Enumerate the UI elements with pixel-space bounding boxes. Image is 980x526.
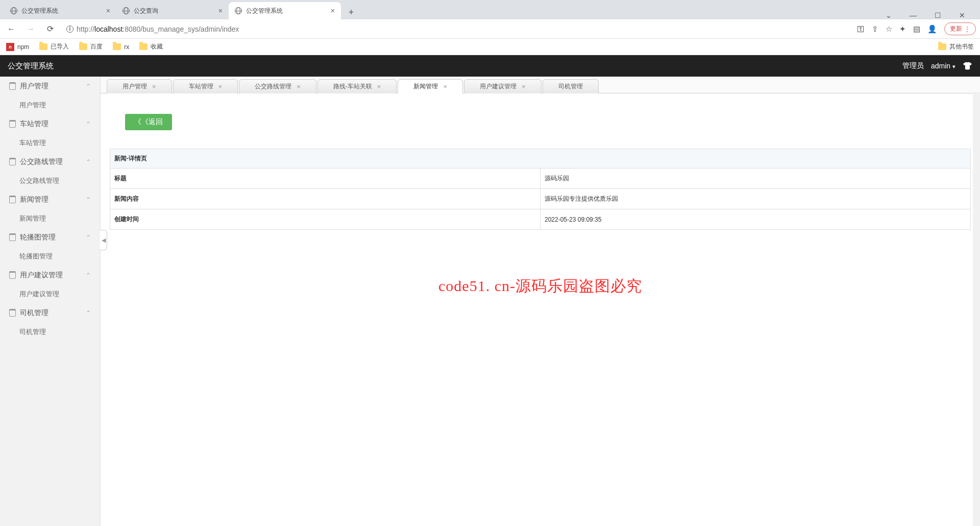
table-row: 创建时间2022-05-23 09:09:35 xyxy=(110,209,971,230)
sidebar-group[interactable]: 用户管理⌃ xyxy=(0,77,100,95)
close-icon[interactable]: × xyxy=(152,83,156,90)
detail-row-value: 源码乐园专注提供优质乐园 xyxy=(541,189,971,209)
content-tab[interactable]: 路线-车站关联× xyxy=(317,79,397,93)
share-icon[interactable]: ⇪ xyxy=(872,25,878,34)
reload-icon[interactable]: ⟳ xyxy=(43,22,57,36)
content-tab-label: 车站管理 xyxy=(189,82,213,91)
browser-tab-title: 公交管理系统 xyxy=(21,7,102,15)
table-row: 标题源码乐园 xyxy=(110,169,971,189)
close-icon[interactable]: × xyxy=(443,83,447,90)
table-row: 新闻内容源码乐园专注提供优质乐园 xyxy=(110,189,971,209)
window-close-icon[interactable]: ✕ xyxy=(954,11,970,19)
url-text: http://localhost:8080/bus_manage_sys/adm… xyxy=(77,25,239,33)
app-body: 用户管理⌃用户管理车站管理⌃车站管理公交路线管理⌃公交路线管理新闻管理⌃新闻管理… xyxy=(0,77,980,526)
toolbar-right-icons: ⚿ ⇪ ☆ ✦ ▤ 👤 更新⋮ xyxy=(857,22,976,35)
user-menu[interactable]: admin ▾ xyxy=(931,62,955,70)
user-role-label: 管理员 xyxy=(902,61,924,70)
back-icon[interactable]: ← xyxy=(4,22,18,36)
window-dropdown-icon[interactable]: ⌄ xyxy=(881,11,896,19)
content-tab-label: 路线-车站关联 xyxy=(333,82,372,91)
clipboard-icon xyxy=(9,120,16,128)
sidebar-group[interactable]: 公交路线管理⌃ xyxy=(0,152,100,171)
side-panel-icon[interactable]: ▤ xyxy=(913,25,920,34)
chevron-up-icon: ⌃ xyxy=(86,158,91,165)
clipboard-icon xyxy=(9,196,16,203)
browser-tab[interactable]: 公交查询 × xyxy=(116,2,229,19)
close-icon[interactable]: × xyxy=(218,7,223,15)
close-icon[interactable]: × xyxy=(218,83,223,90)
maximize-icon[interactable]: ☐ xyxy=(930,11,945,19)
clipboard-icon xyxy=(9,233,16,241)
other-bookmarks[interactable]: 其他书签 xyxy=(938,42,974,51)
browser-tab-active[interactable]: 公交管理系统 × xyxy=(229,2,341,19)
clipboard-icon xyxy=(9,271,16,279)
bookmark-baidu[interactable]: 百度 xyxy=(79,42,103,51)
bookmark-npm[interactable]: n npm xyxy=(6,43,29,51)
sidebar-group-label: 司机管理 xyxy=(20,308,48,318)
address-bar[interactable]: i http://localhost:8080/bus_manage_sys/a… xyxy=(62,25,852,33)
content-tab[interactable]: 用户建议管理× xyxy=(464,79,542,93)
content-tab[interactable]: 用户管理× xyxy=(107,79,172,93)
close-icon[interactable]: × xyxy=(297,83,301,90)
content-tab[interactable]: 司机管理 xyxy=(543,79,599,93)
chevron-down-icon: ▾ xyxy=(952,63,955,69)
back-button[interactable]: 《《返回 xyxy=(125,114,172,130)
folder-icon xyxy=(39,43,47,50)
minimize-icon[interactable]: — xyxy=(905,11,921,19)
sidebar-item[interactable]: 司机管理 xyxy=(0,322,100,341)
extensions-icon[interactable]: ✦ xyxy=(899,25,906,34)
content-tab[interactable]: 公交路线管理× xyxy=(239,79,316,93)
content-tab[interactable]: 车站管理× xyxy=(173,79,238,93)
site-info-icon[interactable]: i xyxy=(66,26,74,33)
sidebar-item[interactable]: 轮播图管理 xyxy=(0,247,100,266)
sidebar-group[interactable]: 司机管理⌃ xyxy=(0,303,100,322)
app-title: 公交管理系统 xyxy=(8,61,54,71)
browser-tab[interactable]: 公交管理系统 × xyxy=(4,2,116,19)
address-bar-row: ← → ⟳ i http://localhost:8080/bus_manage… xyxy=(0,19,980,39)
globe-icon xyxy=(235,7,242,14)
sidebar-group-label: 用户管理 xyxy=(20,82,48,91)
bookmark-rx[interactable]: rx xyxy=(113,43,129,51)
close-icon[interactable]: × xyxy=(331,7,335,15)
password-key-icon[interactable]: ⚿ xyxy=(857,25,865,33)
sidebar-group[interactable]: 用户建议管理⌃ xyxy=(0,266,100,284)
sidebar-item[interactable]: 用户建议管理 xyxy=(0,284,100,303)
globe-icon xyxy=(10,7,17,14)
folder-icon xyxy=(113,43,121,50)
sidebar-item[interactable]: 公交路线管理 xyxy=(0,171,100,190)
folder-icon xyxy=(79,43,87,50)
new-tab-button[interactable]: + xyxy=(344,5,358,19)
update-button[interactable]: 更新⋮ xyxy=(944,22,976,35)
vertical-scrollbar[interactable] xyxy=(973,92,980,526)
sidebar-item[interactable]: 车站管理 xyxy=(0,133,100,152)
close-icon[interactable]: × xyxy=(106,7,110,15)
sidebar-item[interactable]: 用户管理 xyxy=(0,95,100,114)
detail-row-label: 新闻内容 xyxy=(110,189,541,209)
sidebar-group[interactable]: 轮播图管理⌃ xyxy=(0,228,100,247)
sidebar-collapse-handle[interactable]: ◀ xyxy=(100,230,107,250)
folder-icon xyxy=(139,43,148,50)
sidebar-item[interactable]: 新闻管理 xyxy=(0,209,100,228)
bookmark-star-icon[interactable]: ☆ xyxy=(886,25,892,34)
sidebar-group-label: 用户建议管理 xyxy=(20,271,63,280)
sidebar-group[interactable]: 新闻管理⌃ xyxy=(0,190,100,209)
detail-row-label: 标题 xyxy=(110,169,541,189)
content-tab-active[interactable]: 新闻管理× xyxy=(398,79,463,93)
detail-heading: 新闻-详情页 xyxy=(110,149,971,169)
bookmark-favorites[interactable]: 收藏 xyxy=(139,42,163,51)
bookmark-imported[interactable]: 已导入 xyxy=(39,42,69,51)
close-icon[interactable]: × xyxy=(522,83,526,90)
folder-icon xyxy=(938,43,946,50)
theme-icon[interactable] xyxy=(963,61,972,70)
app-header: 公交管理系统 管理员 admin ▾ xyxy=(0,55,980,77)
chevron-up-icon: ⌃ xyxy=(86,234,91,241)
detail-row-label: 创建时间 xyxy=(110,209,541,230)
forward-icon[interactable]: → xyxy=(23,22,38,36)
detail-row-value: 2022-05-23 09:09:35 xyxy=(541,209,971,230)
content-inner: 《《返回 新闻-详情页 标题源码乐园新闻内容源码乐园专注提供优质乐园创建时间20… xyxy=(101,93,980,526)
close-icon[interactable]: × xyxy=(377,83,381,90)
browser-chrome: 公交管理系统 × 公交查询 × 公交管理系统 × + ⌄ — ☐ ✕ ← → ⟳… xyxy=(0,0,980,55)
browser-tab-title: 公交管理系统 xyxy=(246,7,327,15)
sidebar-group[interactable]: 车站管理⌃ xyxy=(0,114,100,133)
profile-icon[interactable]: 👤 xyxy=(927,25,937,34)
